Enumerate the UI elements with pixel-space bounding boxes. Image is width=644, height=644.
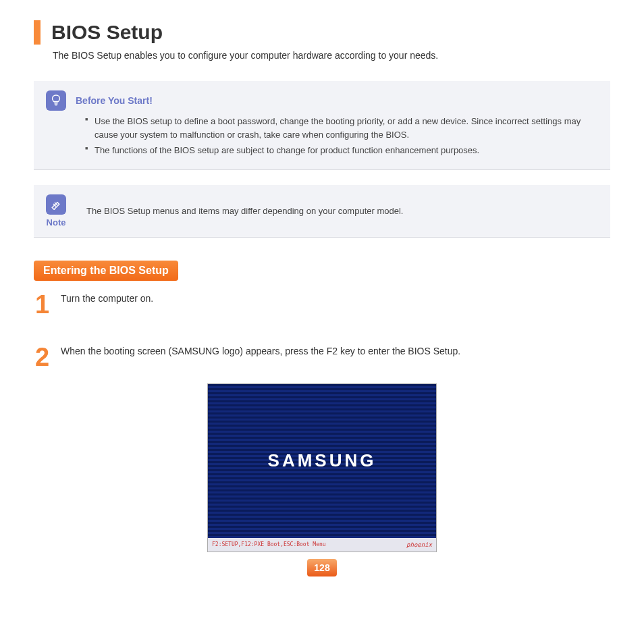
boot-footer: F2:SETUP,F12:PXE Boot,ESC:Boot Menu phoe…	[208, 538, 436, 552]
phoenix-logo: phoenix	[406, 541, 432, 548]
note-side: Note	[46, 194, 66, 227]
step-number: 1	[35, 292, 51, 317]
list-item: The functions of the BIOS setup are subj…	[85, 144, 598, 157]
step-1: 1 Turn the computer on.	[35, 292, 610, 317]
step-text: When the booting screen (SAMSUNG logo) a…	[61, 344, 460, 356]
note-text: The BIOS Setup menus and items may diffe…	[86, 206, 403, 216]
note-label: Note	[47, 217, 66, 227]
title-accent-bar	[34, 20, 41, 45]
step-number: 2	[35, 344, 51, 370]
list-item: Use the BIOS setup to define a boot pass…	[85, 115, 598, 141]
boot-main-area: SAMSUNG	[208, 384, 436, 538]
before-you-start-list: Use the BIOS setup to define a boot pass…	[85, 115, 598, 157]
before-you-start-heading: Before You Start!	[76, 95, 153, 106]
lightbulb-icon	[46, 90, 66, 111]
boot-screen-figure: SAMSUNG F2:SETUP,F12:PXE Boot,ESC:Boot M…	[207, 383, 437, 552]
before-you-start-callout: Before You Start! Use the BIOS setup to …	[34, 81, 610, 170]
boot-footer-keys: F2:SETUP,F12:PXE Boot,ESC:Boot Menu	[212, 541, 326, 547]
callout-header: Before You Start!	[46, 90, 598, 111]
pencil-icon	[46, 194, 66, 215]
step-text: Turn the computer on.	[61, 292, 153, 304]
section-heading: Entering the BIOS Setup	[34, 261, 178, 281]
note-callout: Note The BIOS Setup menus and items may …	[34, 185, 610, 238]
samsung-logo: SAMSUNG	[268, 450, 377, 471]
page-title: BIOS Setup	[51, 21, 163, 44]
step-2: 2 When the booting screen (SAMSUNG logo)…	[35, 344, 610, 370]
page-subtitle: The BIOS Setup enables you to configure …	[53, 50, 610, 61]
page-number: 128	[307, 559, 337, 576]
title-row: BIOS Setup	[34, 20, 610, 45]
